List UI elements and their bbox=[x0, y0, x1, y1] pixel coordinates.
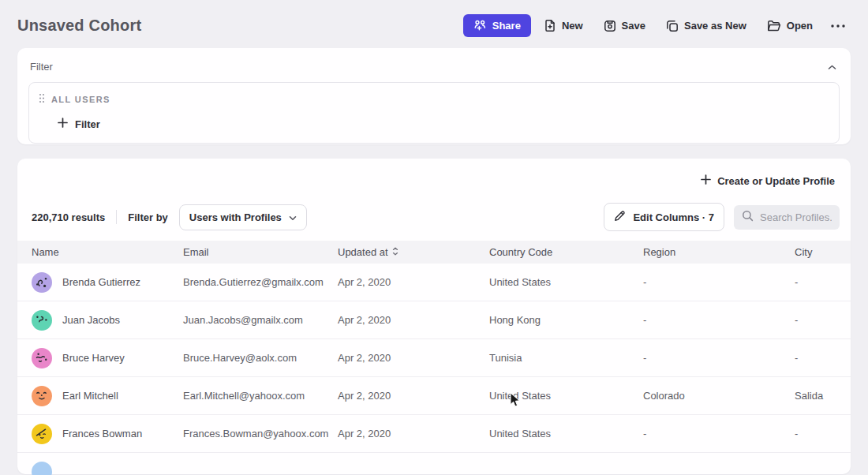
table-header: Name Email Updated at Country Code Regio… bbox=[17, 241, 851, 264]
new-button[interactable]: New bbox=[536, 14, 591, 37]
save-as-new-button[interactable]: Save as New bbox=[658, 15, 754, 37]
users-with-profiles-value: Users with Profiles bbox=[189, 211, 282, 223]
filter-group-label: ALL USERS bbox=[51, 95, 110, 104]
profile-name-cell: Brenda Gutierrez bbox=[32, 272, 183, 293]
profile-name: Brenda Gutierrez bbox=[62, 276, 140, 288]
filter-panel-header: Filter bbox=[28, 58, 840, 82]
open-button[interactable]: Open bbox=[759, 15, 821, 36]
column-header-city[interactable]: City bbox=[795, 246, 836, 258]
action-buttons: Share New Save Save as New Open bbox=[463, 14, 851, 37]
save-as-new-button-label: Save as New bbox=[684, 21, 746, 31]
column-header-country-code[interactable]: Country Code bbox=[489, 246, 643, 258]
table-row[interactable] bbox=[17, 453, 851, 475]
avatar bbox=[32, 272, 52, 293]
search-profiles-input[interactable] bbox=[760, 211, 832, 223]
profile-country-code: United States bbox=[489, 428, 643, 439]
share-button[interactable]: Share bbox=[463, 14, 531, 37]
profile-name: Bruce Harvey bbox=[62, 352, 125, 364]
profile-name: Earl Mitchell bbox=[62, 390, 118, 402]
avatar bbox=[32, 348, 52, 368]
folder-icon bbox=[767, 20, 781, 32]
edit-columns-button[interactable]: Edit Columns · 7 bbox=[604, 203, 724, 231]
edit-columns-label: Edit Columns · 7 bbox=[633, 211, 714, 223]
profile-name-cell: Earl Mitchell bbox=[32, 386, 183, 406]
profile-updated-at: Apr 2, 2020 bbox=[338, 352, 489, 364]
create-or-update-profile-label: Create or Update Profile bbox=[717, 175, 835, 187]
avatar bbox=[32, 462, 52, 475]
filter-panel: Filter ALL USERS Filter bbox=[17, 48, 851, 144]
profile-city: - bbox=[795, 314, 836, 326]
users-with-profiles-dropdown[interactable]: Users with Profiles bbox=[179, 204, 307, 230]
share-people-icon bbox=[473, 20, 487, 32]
profile-country-code: United States bbox=[489, 276, 643, 288]
profile-updated-at: Apr 2, 2020 bbox=[338, 276, 489, 288]
share-button-label: Share bbox=[492, 21, 521, 31]
profile-updated-at: Apr 2, 2020 bbox=[338, 390, 489, 402]
collapse-filter-button[interactable] bbox=[826, 59, 838, 74]
column-header-name[interactable]: Name bbox=[32, 246, 183, 258]
profile-name: Frances Bowman bbox=[62, 428, 142, 439]
table-toolbar: 220,710 results Filter by Users with Pro… bbox=[17, 196, 851, 241]
column-header-region[interactable]: Region bbox=[643, 246, 795, 258]
avatar bbox=[32, 424, 52, 444]
toolbar-left: 220,710 results Filter by Users with Pro… bbox=[32, 204, 307, 230]
table-row[interactable]: Earl Mitchell Earl.Mitchell@yahoox.com A… bbox=[17, 377, 851, 415]
filter-panel-title: Filter bbox=[30, 61, 53, 73]
profile-region: - bbox=[643, 428, 795, 439]
save-button[interactable]: Save bbox=[596, 15, 653, 37]
plus-icon bbox=[701, 174, 711, 187]
profile-region: - bbox=[643, 352, 795, 364]
profile-region: - bbox=[643, 314, 795, 326]
profile-updated-at: Apr 2, 2020 bbox=[338, 314, 489, 326]
open-button-label: Open bbox=[787, 21, 813, 31]
profile-email: Juan.Jacobs@gmailx.com bbox=[183, 314, 338, 326]
profile-region-value: United States bbox=[489, 390, 643, 402]
profile-email: Frances.Bowman@yahoox.com bbox=[183, 428, 338, 439]
save-button-label: Save bbox=[622, 21, 645, 31]
more-options-button[interactable] bbox=[825, 19, 851, 33]
create-or-update-profile-button[interactable]: Create or Update Profile bbox=[699, 170, 836, 192]
profile-name-cell: Bruce Harvey bbox=[32, 348, 183, 368]
profiles-panel: Create or Update Profile 220,710 results… bbox=[17, 159, 851, 474]
profile-city: - bbox=[795, 352, 836, 364]
add-filter-label: Filter bbox=[75, 118, 100, 130]
filter-group-header: ALL USERS bbox=[39, 92, 829, 107]
table-row[interactable]: Juan Jacobs Juan.Jacobs@gmailx.com Apr 2… bbox=[17, 301, 851, 339]
results-count: 220,710 results bbox=[32, 211, 105, 223]
page-title: Unsaved Cohort bbox=[17, 17, 141, 35]
profile-updated-at: Apr 2, 2020 bbox=[338, 428, 489, 439]
profile-name-cell: Frances Bowman bbox=[32, 424, 183, 444]
column-header-updated-at[interactable]: Updated at bbox=[338, 246, 489, 258]
search-icon bbox=[742, 210, 754, 225]
profile-email: Earl.Mitchell@yahoox.com bbox=[183, 390, 338, 402]
chevron-down-icon bbox=[289, 211, 297, 223]
column-header-email[interactable]: Email bbox=[183, 246, 338, 258]
new-button-label: New bbox=[562, 21, 583, 31]
save-icon bbox=[604, 20, 616, 32]
add-filter-button[interactable]: Filter bbox=[58, 118, 100, 130]
profile-name: Juan Jacobs bbox=[62, 314, 120, 326]
table-row[interactable]: Brenda Gutierrez Brenda.Gutierrez@gmailx… bbox=[17, 264, 851, 301]
profile-country-code: Tunisia bbox=[489, 352, 643, 364]
copy-icon bbox=[666, 20, 679, 32]
topbar: Unsaved Cohort Share New Save Save as Ne… bbox=[0, 0, 868, 48]
drag-handle-icon[interactable] bbox=[39, 92, 45, 107]
profile-email: Bruce.Harvey@aolx.com bbox=[183, 352, 338, 364]
new-file-icon bbox=[544, 19, 556, 32]
profile-region: - bbox=[643, 276, 795, 288]
create-row: Create or Update Profile bbox=[17, 166, 851, 196]
profile-region: Colorado bbox=[643, 390, 795, 402]
table-row[interactable]: Frances Bowman Frances.Bowman@yahoox.com… bbox=[17, 415, 851, 453]
profile-city: Salida bbox=[795, 390, 836, 402]
profile-country-code: Hong Kong bbox=[489, 314, 643, 326]
table-row[interactable]: Bruce Harvey Bruce.Harvey@aolx.com Apr 2… bbox=[17, 339, 851, 377]
three-dots-icon bbox=[830, 24, 846, 28]
toolbar-right: Edit Columns · 7 bbox=[604, 203, 840, 231]
filter-group: ALL USERS Filter bbox=[28, 82, 840, 144]
profile-name-cell: Juan Jacobs bbox=[32, 310, 183, 331]
sort-icon bbox=[392, 246, 398, 258]
profile-email: Brenda.Gutierrez@gmailx.com bbox=[183, 276, 338, 288]
search-box bbox=[734, 205, 840, 230]
plus-icon bbox=[58, 118, 68, 130]
profile-city: - bbox=[795, 276, 836, 288]
